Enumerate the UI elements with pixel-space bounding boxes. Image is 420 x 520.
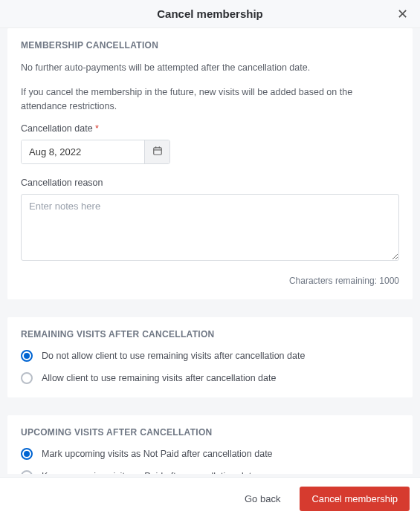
modal-content: MEMBERSHIP CANCELLATION No further auto-… bbox=[0, 28, 420, 474]
remaining-visits-option-disallow[interactable]: Do not allow client to use remaining vis… bbox=[21, 350, 399, 362]
radio-label: Do not allow client to use remaining vis… bbox=[42, 351, 305, 361]
radio-selected-icon bbox=[21, 448, 33, 460]
radio-label: Allow client to use remaining visits aft… bbox=[42, 373, 276, 383]
upcoming-visits-option-not-paid[interactable]: Mark upcoming visits as Not Paid after c… bbox=[21, 448, 399, 460]
cancellation-date-label: Cancellation date * bbox=[21, 123, 399, 134]
modal-header: Cancel membership ✕ bbox=[0, 0, 420, 28]
radio-selected-icon bbox=[21, 350, 33, 362]
upcoming-visits-card: UPCOMING VISITS AFTER CANCELLATION Mark … bbox=[7, 415, 413, 474]
cancel-membership-button[interactable]: Cancel membership bbox=[300, 487, 410, 511]
calendar-icon bbox=[152, 146, 163, 158]
membership-cancellation-heading: MEMBERSHIP CANCELLATION bbox=[21, 40, 399, 51]
cancellation-date-label-text: Cancellation date bbox=[21, 123, 95, 134]
cancellation-date-picker-button[interactable] bbox=[144, 140, 169, 163]
close-icon: ✕ bbox=[397, 7, 408, 22]
svg-rect-0 bbox=[153, 148, 161, 155]
go-back-button[interactable]: Go back bbox=[233, 487, 292, 511]
radio-label: Keep upcoming visits as Paid after cance… bbox=[42, 471, 256, 474]
modal-title: Cancel membership bbox=[157, 7, 263, 20]
radio-unselected-icon bbox=[21, 372, 33, 384]
upcoming-visits-heading: UPCOMING VISITS AFTER CANCELLATION bbox=[21, 427, 399, 438]
membership-cancellation-card: MEMBERSHIP CANCELLATION No further auto-… bbox=[7, 28, 413, 299]
remaining-visits-heading: REMAINING VISITS AFTER CANCELLATION bbox=[21, 329, 399, 339]
remaining-visits-card: REMAINING VISITS AFTER CANCELLATION Do n… bbox=[7, 317, 413, 397]
characters-remaining: Characters remaining: 1000 bbox=[21, 276, 399, 286]
upcoming-visits-option-paid[interactable]: Keep upcoming visits as Paid after cance… bbox=[21, 470, 399, 474]
cancellation-desc-2: If you cancel the membership in the futu… bbox=[21, 85, 399, 114]
cancellation-desc-1: No further auto-payments will be attempt… bbox=[21, 61, 399, 75]
required-asterisk: * bbox=[95, 123, 99, 134]
cancellation-reason-label: Cancellation reason bbox=[21, 178, 399, 188]
cancellation-date-field bbox=[21, 140, 170, 164]
cancellation-date-input[interactable] bbox=[22, 140, 144, 163]
close-button[interactable]: ✕ bbox=[394, 4, 411, 24]
radio-unselected-icon bbox=[21, 470, 33, 474]
modal-footer: Go back Cancel membership bbox=[0, 477, 420, 520]
remaining-visits-option-allow[interactable]: Allow client to use remaining visits aft… bbox=[21, 372, 399, 384]
cancellation-reason-textarea[interactable] bbox=[21, 194, 399, 261]
radio-label: Mark upcoming visits as Not Paid after c… bbox=[42, 449, 273, 459]
